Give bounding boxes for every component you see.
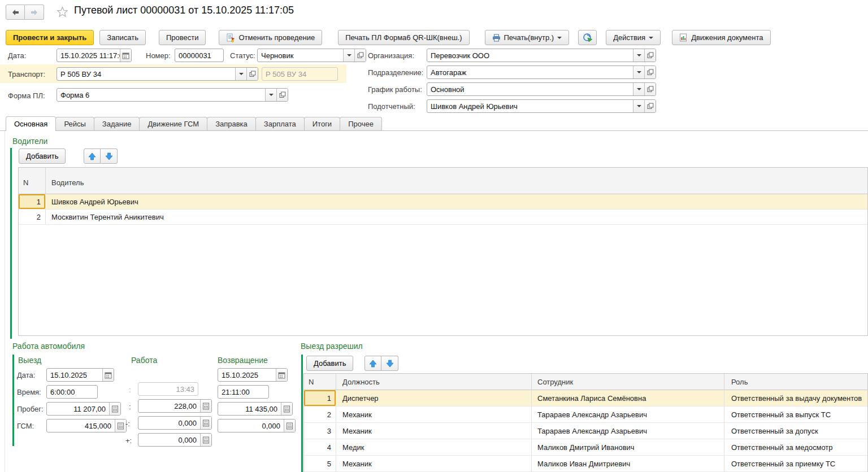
drivers-move-up-button[interactable] xyxy=(84,148,101,164)
tab-zadanie[interactable]: Задание xyxy=(94,117,140,130)
refresh-button[interactable] xyxy=(578,30,597,45)
tab-page-border xyxy=(5,131,5,472)
table-row[interactable]: 2 Москвитин Терентий Аникитевич xyxy=(19,209,867,225)
table-row[interactable]: 2 Механик Тарараев Александр Азарьевич О… xyxy=(304,407,867,423)
open-button[interactable] xyxy=(276,89,288,101)
drivers-move-down-button[interactable] xyxy=(101,148,118,164)
drivers-add-button[interactable]: Добавить xyxy=(19,148,66,164)
document-movements-button[interactable]: Движения документа xyxy=(672,30,770,45)
tab-zarplata[interactable]: Зарплата xyxy=(255,117,305,130)
column-header-driver: Водитель xyxy=(46,168,867,194)
dropdown-button[interactable] xyxy=(633,49,644,62)
table-row[interactable]: 4 Медик Маликов Дмитрий Иванович Ответст… xyxy=(304,439,867,456)
column-header-n: N xyxy=(19,168,46,194)
dropdown-button[interactable] xyxy=(343,49,354,62)
number-field[interactable]: 00000031 xyxy=(175,49,224,62)
status-field[interactable]: Черновик xyxy=(257,49,366,62)
print-external-button[interactable]: Печать ПЛ Форма6 QR-ШК(внеш.) xyxy=(338,30,469,45)
calendar-icon[interactable] xyxy=(120,49,131,62)
actions-button[interactable]: Действия xyxy=(606,30,661,45)
calendar-icon[interactable] xyxy=(102,369,114,381)
history-nav xyxy=(6,5,44,20)
tab-prochee[interactable]: Прочее xyxy=(340,117,382,130)
print-internal-button[interactable]: Печать(внутр.) xyxy=(485,30,570,45)
accountable-field[interactable]: Шивков Андрей Юрьевич xyxy=(427,99,656,113)
department-field[interactable]: Автогараж xyxy=(427,65,656,79)
table-row[interactable]: 3 Механик Тарараев Александр Азарьевич О… xyxy=(304,423,867,439)
chevron-down-icon xyxy=(557,37,562,39)
calculator-icon[interactable] xyxy=(281,403,292,415)
open-icon xyxy=(647,86,654,93)
open-button[interactable] xyxy=(246,68,258,80)
chevron-down-icon xyxy=(347,54,351,56)
dropdown-button[interactable] xyxy=(235,68,246,80)
form-pl-field[interactable]: Форма 6 xyxy=(57,88,288,102)
open-button[interactable] xyxy=(644,83,656,95)
tab-reysy[interactable]: Рейсы xyxy=(55,117,94,130)
arrow-down-icon xyxy=(386,360,394,368)
permit-move-up-button[interactable] xyxy=(364,356,381,371)
calculator-icon[interactable] xyxy=(109,403,120,415)
vehicle-work-section-title: Работа автомобиля xyxy=(12,342,85,351)
command-bar: Провести и закрыть Записать Провести Отм… xyxy=(6,30,771,45)
calculator-icon[interactable] xyxy=(115,419,126,432)
date-field[interactable]: 15.10.2025 11:17:05 xyxy=(57,49,132,62)
open-icon xyxy=(249,71,256,77)
departure-subtitle: Выезд xyxy=(18,356,41,365)
table-row[interactable]: 5 Механик Маликов Иван Дмитриевич Ответс… xyxy=(304,456,867,472)
departure-time-field[interactable]: 6:00:00 xyxy=(46,385,98,399)
calculator-icon[interactable] xyxy=(284,419,295,432)
calendar-icon[interactable] xyxy=(276,369,287,381)
return-fuel-field[interactable]: 0,000 xyxy=(218,419,296,432)
dropdown-button[interactable] xyxy=(633,100,644,112)
permit-move-down-button[interactable] xyxy=(381,356,398,371)
calculator-icon[interactable] xyxy=(200,417,211,429)
dropdown-button[interactable] xyxy=(633,66,644,78)
chevron-down-icon xyxy=(649,37,653,39)
return-date-field[interactable]: 15.10.2025 xyxy=(218,368,288,382)
column-header-position: Должность xyxy=(336,374,532,390)
table-row[interactable]: 1 Диспетчер Сметанкина Лариса Семёновна … xyxy=(304,390,867,407)
departure-time-label: Время: xyxy=(17,388,41,396)
drivers-table-header: N Водитель xyxy=(19,168,867,194)
write-button[interactable]: Записать xyxy=(99,30,146,45)
forward-button[interactable] xyxy=(25,5,44,20)
post-and-close-button[interactable]: Провести и закрыть xyxy=(6,30,94,45)
open-icon xyxy=(357,52,364,59)
table-row[interactable]: 1 Шивков Андрей Юрьевич xyxy=(19,194,867,209)
calculator-icon[interactable] xyxy=(200,400,211,412)
organization-field[interactable]: Перевозчик ООО xyxy=(427,49,656,62)
departure-fuel-label: ГСМ: xyxy=(17,422,34,430)
undo-posting-button[interactable]: Отменить проведение xyxy=(219,30,322,45)
tab-zapravka[interactable]: Заправка xyxy=(207,117,256,130)
chevron-down-icon xyxy=(637,54,641,56)
work-distance-field[interactable]: 228,00 xyxy=(138,399,212,413)
open-button[interactable] xyxy=(644,100,656,112)
work-fuel-plus-field[interactable]: 0,000 xyxy=(138,433,212,447)
return-odometer-field[interactable]: 11 435,00 xyxy=(218,402,293,416)
open-button[interactable] xyxy=(354,49,366,62)
open-button[interactable] xyxy=(644,49,656,62)
tab-dvizhenie-gsm[interactable]: Движение ГСМ xyxy=(139,117,207,130)
arrow-down-icon xyxy=(105,152,113,160)
tab-osnovnaya[interactable]: Основная xyxy=(6,116,56,131)
departure-date-field[interactable]: 15.10.2025 xyxy=(46,368,114,382)
tab-itogi[interactable]: Итоги xyxy=(304,117,340,130)
open-button[interactable] xyxy=(644,66,656,78)
departure-odometer-field[interactable]: 11 207,00 xyxy=(46,402,121,416)
post-button[interactable]: Провести xyxy=(159,30,206,45)
department-label: Подразделение: xyxy=(368,68,423,77)
work-duration-label: : xyxy=(129,386,131,394)
calculator-icon[interactable] xyxy=(200,434,211,446)
work-fuel-minus-field[interactable]: 0,000 xyxy=(138,416,212,430)
favorite-star-icon[interactable] xyxy=(56,6,69,20)
return-time-field[interactable]: 21:11:00 xyxy=(218,385,269,399)
dropdown-button[interactable] xyxy=(265,89,276,101)
open-icon xyxy=(647,69,654,76)
departure-fuel-field[interactable]: 415,000 xyxy=(46,419,127,432)
dropdown-button[interactable] xyxy=(633,83,644,95)
transport-field[interactable]: Р 505 ВУ 34 xyxy=(57,67,258,81)
schedule-field[interactable]: Основной xyxy=(427,82,656,96)
permit-add-button[interactable]: Добавить xyxy=(306,356,353,371)
back-button[interactable] xyxy=(6,5,25,20)
